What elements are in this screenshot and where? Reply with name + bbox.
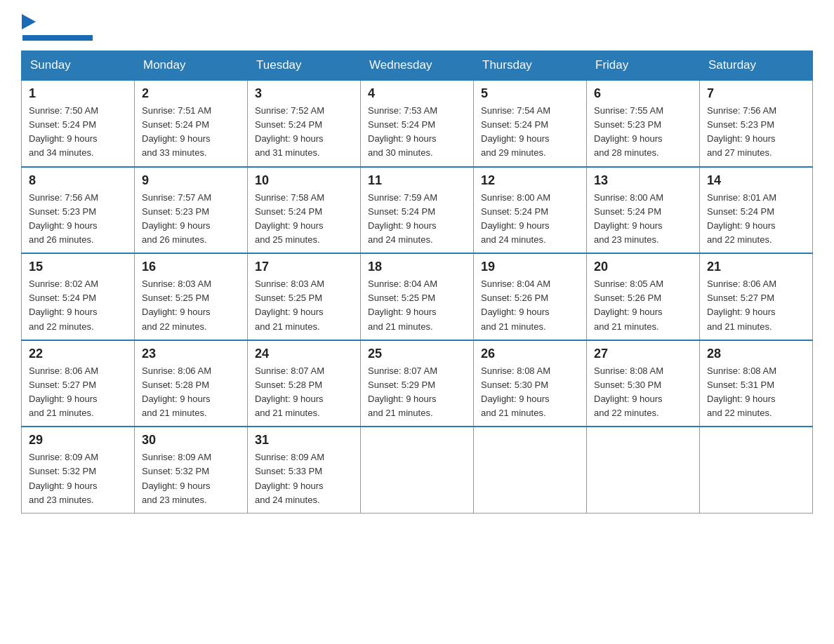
day-info: Sunrise: 8:08 AM Sunset: 5:30 PM Dayligh… [481, 364, 579, 421]
day-number: 27 [594, 347, 692, 361]
calendar-day-18: 18 Sunrise: 8:04 AM Sunset: 5:25 PM Dayl… [361, 253, 474, 340]
day-info: Sunrise: 8:06 AM Sunset: 5:27 PM Dayligh… [707, 277, 805, 334]
day-info: Sunrise: 7:53 AM Sunset: 5:24 PM Dayligh… [368, 104, 466, 161]
calendar-day-17: 17 Sunrise: 8:03 AM Sunset: 5:25 PM Dayl… [248, 253, 361, 340]
day-number: 16 [142, 260, 240, 274]
calendar-week-row-4: 22 Sunrise: 8:06 AM Sunset: 5:27 PM Dayl… [22, 340, 813, 427]
weekday-header-tuesday: Tuesday [248, 51, 361, 81]
day-number: 2 [142, 86, 240, 101]
empty-cell [700, 427, 813, 513]
calendar-day-5: 5 Sunrise: 7:54 AM Sunset: 5:24 PM Dayli… [474, 80, 587, 167]
svg-rect-1 [22, 35, 93, 41]
day-info: Sunrise: 8:07 AM Sunset: 5:28 PM Dayligh… [255, 364, 353, 421]
logo-underline-icon [22, 35, 93, 41]
day-info: Sunrise: 8:09 AM Sunset: 5:32 PM Dayligh… [29, 450, 127, 507]
day-number: 8 [29, 173, 127, 188]
day-info: Sunrise: 8:01 AM Sunset: 5:24 PM Dayligh… [707, 191, 805, 248]
day-number: 3 [255, 86, 353, 101]
calendar-day-28: 28 Sunrise: 8:08 AM Sunset: 5:31 PM Dayl… [700, 340, 813, 427]
day-info: Sunrise: 8:00 AM Sunset: 5:24 PM Dayligh… [594, 191, 692, 248]
calendar-week-row-5: 29 Sunrise: 8:09 AM Sunset: 5:32 PM Dayl… [22, 427, 813, 513]
calendar-day-4: 4 Sunrise: 7:53 AM Sunset: 5:24 PM Dayli… [361, 80, 474, 167]
day-number: 22 [29, 347, 127, 361]
weekday-header-row: SundayMondayTuesdayWednesdayThursdayFrid… [22, 51, 813, 81]
calendar-day-13: 13 Sunrise: 8:00 AM Sunset: 5:24 PM Dayl… [587, 167, 700, 254]
day-info: Sunrise: 8:09 AM Sunset: 5:32 PM Dayligh… [142, 450, 240, 507]
weekday-header-saturday: Saturday [700, 51, 813, 81]
calendar-day-24: 24 Sunrise: 8:07 AM Sunset: 5:28 PM Dayl… [248, 340, 361, 427]
calendar-table: SundayMondayTuesdayWednesdayThursdayFrid… [21, 51, 813, 514]
calendar-day-21: 21 Sunrise: 8:06 AM Sunset: 5:27 PM Dayl… [700, 253, 813, 340]
day-info: Sunrise: 8:09 AM Sunset: 5:33 PM Dayligh… [255, 450, 353, 507]
calendar-day-11: 11 Sunrise: 7:59 AM Sunset: 5:24 PM Dayl… [361, 167, 474, 254]
day-info: Sunrise: 7:56 AM Sunset: 5:23 PM Dayligh… [707, 104, 805, 161]
calendar-day-14: 14 Sunrise: 8:01 AM Sunset: 5:24 PM Dayl… [700, 167, 813, 254]
day-number: 15 [29, 260, 127, 274]
day-number: 4 [368, 86, 466, 101]
day-number: 10 [255, 173, 353, 188]
day-number: 14 [707, 173, 805, 188]
calendar-day-7: 7 Sunrise: 7:56 AM Sunset: 5:23 PM Dayli… [700, 80, 813, 167]
day-number: 20 [594, 260, 692, 274]
day-info: Sunrise: 7:59 AM Sunset: 5:24 PM Dayligh… [368, 191, 466, 248]
calendar-day-9: 9 Sunrise: 7:57 AM Sunset: 5:23 PM Dayli… [135, 167, 248, 254]
day-info: Sunrise: 7:56 AM Sunset: 5:23 PM Dayligh… [29, 191, 127, 248]
calendar-day-20: 20 Sunrise: 8:05 AM Sunset: 5:26 PM Dayl… [587, 253, 700, 340]
calendar-day-2: 2 Sunrise: 7:51 AM Sunset: 5:24 PM Dayli… [135, 80, 248, 167]
weekday-header-friday: Friday [587, 51, 700, 81]
day-info: Sunrise: 7:55 AM Sunset: 5:23 PM Dayligh… [594, 104, 692, 161]
day-number: 6 [594, 86, 692, 101]
day-number: 26 [481, 347, 579, 361]
day-info: Sunrise: 8:04 AM Sunset: 5:26 PM Dayligh… [481, 277, 579, 334]
day-info: Sunrise: 8:07 AM Sunset: 5:29 PM Dayligh… [368, 364, 466, 421]
logo [21, 14, 93, 43]
calendar-day-12: 12 Sunrise: 8:00 AM Sunset: 5:24 PM Dayl… [474, 167, 587, 254]
day-info: Sunrise: 7:54 AM Sunset: 5:24 PM Dayligh… [481, 104, 579, 161]
day-number: 5 [481, 86, 579, 101]
day-number: 11 [368, 173, 466, 188]
calendar-day-3: 3 Sunrise: 7:52 AM Sunset: 5:24 PM Dayli… [248, 80, 361, 167]
svg-marker-0 [22, 14, 36, 29]
calendar-day-1: 1 Sunrise: 7:50 AM Sunset: 5:24 PM Dayli… [22, 80, 135, 167]
calendar-day-8: 8 Sunrise: 7:56 AM Sunset: 5:23 PM Dayli… [22, 167, 135, 254]
calendar-day-16: 16 Sunrise: 8:03 AM Sunset: 5:25 PM Dayl… [135, 253, 248, 340]
day-info: Sunrise: 7:57 AM Sunset: 5:23 PM Dayligh… [142, 191, 240, 248]
day-number: 30 [142, 433, 240, 448]
calendar-day-6: 6 Sunrise: 7:55 AM Sunset: 5:23 PM Dayli… [587, 80, 700, 167]
weekday-header-wednesday: Wednesday [361, 51, 474, 81]
calendar-week-row-3: 15 Sunrise: 8:02 AM Sunset: 5:24 PM Dayl… [22, 253, 813, 340]
calendar-week-row-1: 1 Sunrise: 7:50 AM Sunset: 5:24 PM Dayli… [22, 80, 813, 167]
day-number: 24 [255, 347, 353, 361]
calendar-day-23: 23 Sunrise: 8:06 AM Sunset: 5:28 PM Dayl… [135, 340, 248, 427]
day-number: 17 [255, 260, 353, 274]
calendar-week-row-2: 8 Sunrise: 7:56 AM Sunset: 5:23 PM Dayli… [22, 167, 813, 254]
day-number: 1 [29, 86, 127, 101]
day-number: 21 [707, 260, 805, 274]
day-number: 13 [594, 173, 692, 188]
calendar-day-31: 31 Sunrise: 8:09 AM Sunset: 5:33 PM Dayl… [248, 427, 361, 513]
day-number: 28 [707, 347, 805, 361]
day-number: 31 [255, 433, 353, 448]
day-info: Sunrise: 8:03 AM Sunset: 5:25 PM Dayligh… [142, 277, 240, 334]
day-number: 19 [481, 260, 579, 274]
logo-triangle-icon [22, 14, 36, 29]
day-number: 7 [707, 86, 805, 101]
calendar-day-22: 22 Sunrise: 8:06 AM Sunset: 5:27 PM Dayl… [22, 340, 135, 427]
day-info: Sunrise: 7:58 AM Sunset: 5:24 PM Dayligh… [255, 191, 353, 248]
day-info: Sunrise: 8:04 AM Sunset: 5:25 PM Dayligh… [368, 277, 466, 334]
empty-cell [474, 427, 587, 513]
day-info: Sunrise: 7:51 AM Sunset: 5:24 PM Dayligh… [142, 104, 240, 161]
day-number: 23 [142, 347, 240, 361]
weekday-header-monday: Monday [135, 51, 248, 81]
calendar-day-30: 30 Sunrise: 8:09 AM Sunset: 5:32 PM Dayl… [135, 427, 248, 513]
day-info: Sunrise: 8:03 AM Sunset: 5:25 PM Dayligh… [255, 277, 353, 334]
day-info: Sunrise: 8:08 AM Sunset: 5:31 PM Dayligh… [707, 364, 805, 421]
day-number: 25 [368, 347, 466, 361]
empty-cell [361, 427, 474, 513]
day-number: 29 [29, 433, 127, 448]
day-number: 18 [368, 260, 466, 274]
calendar-day-19: 19 Sunrise: 8:04 AM Sunset: 5:26 PM Dayl… [474, 253, 587, 340]
calendar-day-29: 29 Sunrise: 8:09 AM Sunset: 5:32 PM Dayl… [22, 427, 135, 513]
day-number: 9 [142, 173, 240, 188]
day-info: Sunrise: 8:06 AM Sunset: 5:27 PM Dayligh… [29, 364, 127, 421]
